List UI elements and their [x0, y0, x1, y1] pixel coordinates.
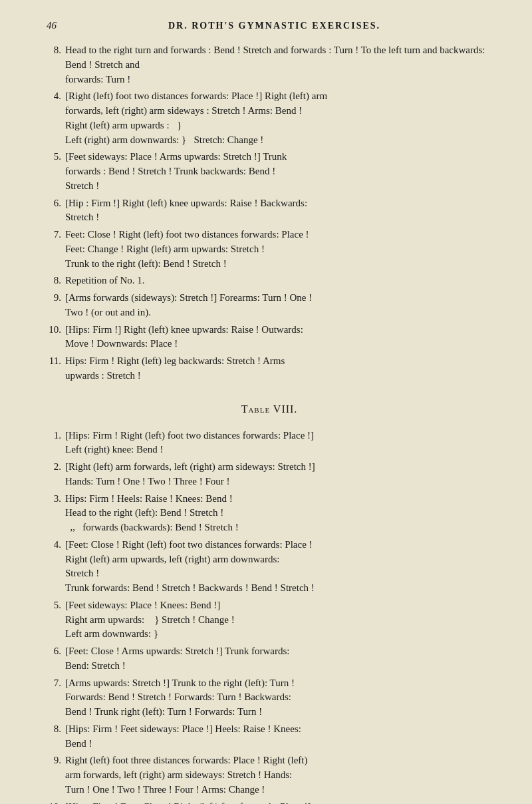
item-number: 11.: [47, 354, 65, 383]
list-item: 3. Hips: Firm ! Heels: Raise ! Knees: Be…: [47, 492, 492, 535]
item-number: 6.: [47, 196, 65, 226]
list-item: 7. Feet: Close ! Right (left) foot two d…: [47, 228, 492, 271]
item-text: Feet: Close ! Right (left) foot two dist…: [65, 228, 492, 271]
item-text: [Feet sideways: Place ! Arms upwards: St…: [65, 150, 492, 193]
item-text: [Arms forwards (sideways): Stretch !] Fo…: [65, 291, 492, 320]
list-item: 2. [Right (left) arm forwards, left (rig…: [47, 460, 492, 489]
item-number: 8.: [47, 274, 65, 288]
item-text: Repetition of No. 1.: [65, 274, 492, 288]
item-text: Head to the right turn and forwards : Be…: [65, 43, 492, 87]
item-number: 9.: [47, 291, 65, 320]
item-number: 7.: [47, 228, 65, 271]
list-item: 8. [Hips: Firm ! Feet sideways: Place !]…: [47, 722, 492, 751]
item-text: [Feet: Close ! Right (left) foot two dis…: [65, 538, 492, 596]
list-item: 9. [Arms forwards (sideways): Stretch !]…: [47, 291, 492, 320]
item-number: 10.: [47, 323, 65, 352]
list-item: 5. [Feet sideways: Place ! Knees: Bend !…: [47, 598, 492, 642]
page-container: 46 DR. ROTH'S GYMNASTIC EXERCISES. 8. He…: [47, 20, 492, 804]
table-8-list: 1. [Hips: Firm ! Right (left) foot two d…: [47, 429, 492, 805]
list-item: 4. [Feet: Close ! Right (left) foot two …: [47, 538, 492, 596]
item-text: Hips: Firm ! Heels: Raise ! Knees: Bend …: [65, 492, 492, 535]
list-item: 10. [Hips: Firm !] Right (left) knee upw…: [47, 323, 492, 352]
item-text: [Arms upwards: Stretch !] Trunk to the r…: [65, 676, 492, 719]
item-text: [Hips: Firm !] Right (left) knee upwards…: [65, 323, 492, 352]
item-text: [Right (left) foot two distances forward…: [65, 89, 492, 147]
list-item: 1. [Hips: Firm ! Right (left) foot two d…: [47, 429, 492, 458]
item-text: Right (left) foot three distances forwar…: [65, 753, 492, 797]
list-item: 7. [Arms upwards: Stretch !] Trunk to th…: [47, 676, 492, 719]
list-item: 4. [Right (left) foot two distances forw…: [47, 89, 492, 147]
page-title: DR. ROTH'S GYMNASTIC EXERCISES.: [57, 21, 492, 31]
page-header: 46 DR. ROTH'S GYMNASTIC EXERCISES.: [47, 20, 492, 31]
item-text: Hips: Firm ! Right (left) leg backwards:…: [65, 354, 492, 383]
item-number: 5.: [47, 598, 65, 642]
list-item: 11. Hips: Firm ! Right (left) leg backwa…: [47, 354, 492, 383]
list-item: 8. Head to the right turn and forwards :…: [47, 43, 492, 87]
list-item: 6. [Hip : Firm !] Right (left) knee upwa…: [47, 196, 492, 226]
item-number: 8.: [47, 722, 65, 751]
item-number: 9.: [47, 753, 65, 797]
item-number: 6.: [47, 644, 65, 674]
item-text: [Feet: Close ! Arms upwards: Stretch !] …: [65, 644, 492, 674]
list-item: 6. [Feet: Close ! Arms upwards: Stretch …: [47, 644, 492, 674]
item-number: 8.: [47, 43, 65, 87]
item-number: 1.: [47, 429, 65, 458]
item-text: [Hips: Firm ! Feet: Close ! Right (left)…: [65, 800, 492, 805]
item-number: 7.: [47, 676, 65, 719]
section-1-list: 8. Head to the right turn and forwards :…: [47, 43, 492, 383]
item-text: [Feet sideways: Place ! Knees: Bend !]Ri…: [65, 598, 492, 642]
page-number: 46: [47, 20, 57, 31]
table-title: Table VIII.: [47, 403, 492, 415]
item-text: [Hips: Firm ! Right (left) foot two dist…: [65, 429, 492, 458]
list-item: 8. Repetition of No. 1.: [47, 274, 492, 288]
item-text: [Hip : Firm !] Right (left) knee upwards…: [65, 196, 492, 226]
item-text: [Right (left) arm forwards, left (right)…: [65, 460, 492, 489]
item-number: 4.: [47, 538, 65, 596]
item-number: 3.: [47, 492, 65, 535]
list-item: 10. [Hips: Firm ! Feet: Close ! Right (l…: [47, 800, 492, 805]
item-number: 5.: [47, 150, 65, 193]
list-item: 9. Right (left) foot three distances for…: [47, 753, 492, 797]
item-text: [Hips: Firm ! Feet sideways: Place !] He…: [65, 722, 492, 751]
list-item: 5. [Feet sideways: Place ! Arms upwards:…: [47, 150, 492, 193]
item-number: 2.: [47, 460, 65, 489]
item-number: 10.: [47, 800, 65, 805]
item-number: 4.: [47, 89, 65, 147]
